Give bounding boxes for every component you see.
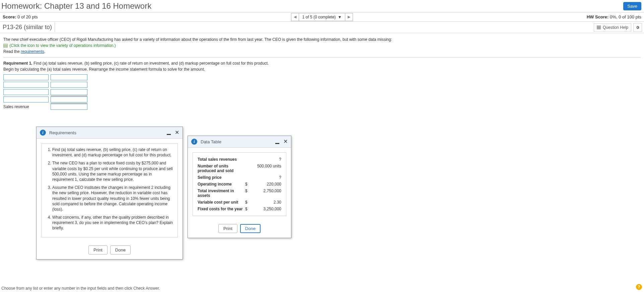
question-progress-text: 1 of 5 (0 complete) (302, 15, 336, 19)
gear-icon (636, 25, 640, 30)
question-help-button[interactable]: Question Help (594, 23, 631, 31)
formula-input-r3c1[interactable] (3, 89, 49, 95)
score-bar: Score: 0 of 20 pts ◀ 1 of 5 (0 complete)… (0, 12, 644, 22)
read-prefix: Read the (3, 49, 21, 54)
chevron-down-icon: ▼ (338, 15, 342, 19)
score-left: Score: 0 of 20 pts (3, 14, 38, 19)
operations-info-link[interactable]: (Click the icon to view the variety of o… (9, 43, 116, 48)
content-area: The new chief executive officer (CEO) of… (0, 33, 644, 113)
question-help-label: Question Help (603, 25, 628, 30)
hw-score-value: 0%, 0 of 100 pts (610, 14, 641, 19)
question-progress-dropdown[interactable]: 1 of 5 (0 complete) ▼ (299, 13, 345, 21)
begin-instruction: Begin by calculating the (a) total sales… (3, 67, 641, 72)
formula-input-r2c1[interactable] (3, 82, 49, 88)
requirement-1-text: Find (a) total sales revenue, (b) sellin… (32, 61, 269, 66)
list-icon (597, 26, 601, 29)
hw-score-label: HW Score: (587, 14, 609, 19)
formula-input-r1c2[interactable] (51, 74, 87, 80)
formula-grid: Sales revenue (3, 74, 641, 110)
problem-text: The new chief executive officer (CEO) of… (3, 37, 641, 110)
problem-intro: The new chief executive officer (CEO) of… (3, 37, 641, 42)
divider (3, 57, 641, 58)
read-requirements-row: Read the requirements. (3, 49, 641, 54)
requirements-link[interactable]: requirements (21, 49, 44, 54)
sales-revenue-label: Sales revenue (3, 104, 49, 110)
question-nav: ◀ 1 of 5 (0 complete) ▼ ▶ (291, 13, 353, 21)
formula-input-r3c2[interactable] (51, 89, 87, 95)
page-title: Homework: Chapter 13 and 16 Homework (1, 1, 151, 11)
formula-input-r5c2[interactable] (51, 104, 87, 110)
next-question-button[interactable]: ▶ (345, 13, 353, 21)
formula-input-r4c2[interactable] (51, 96, 87, 102)
question-bar: P13-26 (similar to) Question Help (0, 22, 644, 33)
requirement-1-label: Requirement 1. (3, 61, 32, 66)
hw-score: HW Score: 0%, 0 of 100 pts (587, 14, 641, 19)
score-label: Score: (3, 14, 16, 19)
prev-question-button[interactable]: ◀ (291, 13, 299, 21)
table-icon[interactable] (3, 44, 8, 48)
formula-input-r1c1[interactable] (3, 74, 49, 80)
score-value: 0 of 20 pts (17, 14, 38, 19)
question-id: P13-26 (similar to) (2, 22, 55, 32)
formula-input-r2c2[interactable] (51, 82, 87, 88)
requirement-1: Requirement 1. Find (a) total sales reve… (3, 61, 641, 66)
formula-input-r4c1[interactable] (3, 96, 49, 102)
operations-info-link-row: (Click the icon to view the variety of o… (3, 43, 641, 48)
settings-button[interactable] (633, 23, 642, 32)
save-button[interactable]: Save (623, 2, 641, 10)
top-bar: Homework: Chapter 13 and 16 Homework Sav… (0, 0, 644, 12)
